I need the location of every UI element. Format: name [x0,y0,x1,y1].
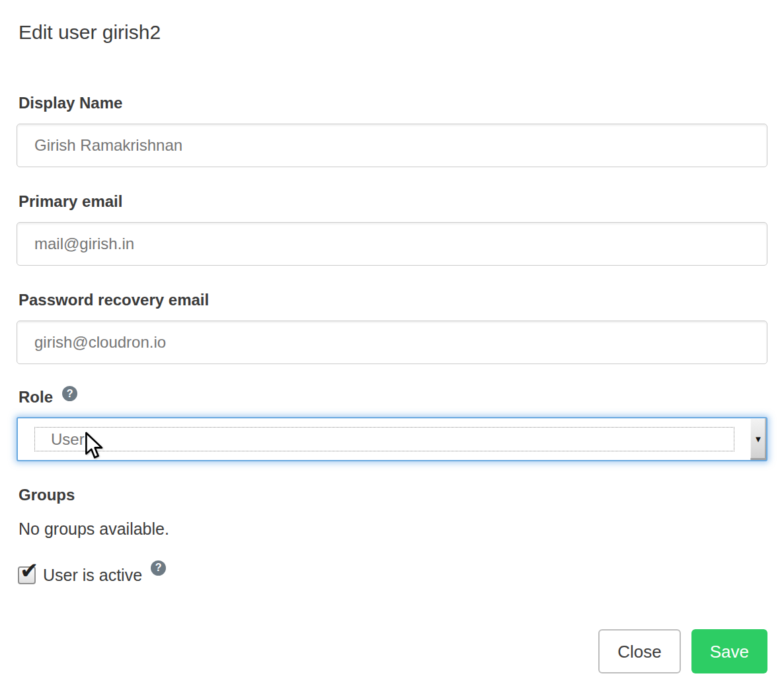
dialog-title: Edit user girish2 [17,20,767,45]
role-label: Role [19,387,53,407]
role-selected-value: User [35,430,85,449]
groups-empty-text: No groups available. [17,519,767,538]
groups-label: Groups [17,485,767,505]
user-active-help-icon[interactable]: ? [151,560,166,576]
user-active-row: ✔ User is active ? [18,563,767,587]
display-name-input[interactable] [17,124,767,167]
dialog-footer: Close Save [17,629,767,673]
display-name-label: Display Name [17,93,767,113]
user-active-checkbox[interactable]: ✔ [18,566,36,584]
close-button[interactable]: Close [598,629,680,673]
recovery-email-label: Password recovery email [17,290,767,310]
save-button[interactable]: Save [691,629,767,673]
role-help-icon[interactable]: ? [62,386,77,401]
role-select-focus-outline: User [34,427,734,451]
primary-email-input[interactable] [17,222,767,266]
role-select-arrow-button[interactable]: ▼ [750,418,766,460]
role-label-row: Role ? [17,387,767,407]
role-select[interactable]: User ▼ [17,417,767,461]
checkmark-icon: ✔ [20,559,39,582]
edit-user-dialog: Edit user girish2 Display Name Primary e… [0,0,784,690]
chevron-down-icon: ▼ [754,435,763,443]
recovery-email-input[interactable] [17,321,767,364]
user-active-label[interactable]: User is active [43,566,142,585]
primary-email-label: Primary email [17,192,767,211]
